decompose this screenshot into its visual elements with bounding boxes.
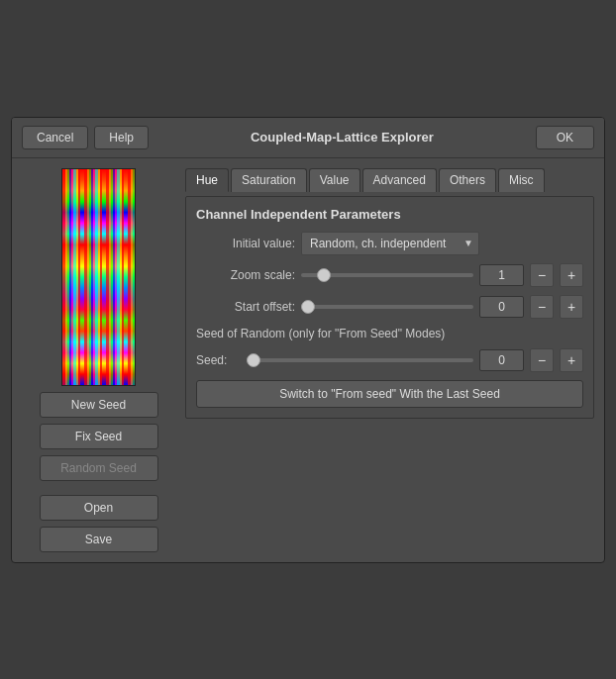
- initial-value-dropdown[interactable]: Random, ch. independent From Seed Fixed: [301, 232, 479, 255]
- cancel-button[interactable]: Cancel: [22, 126, 88, 149]
- tab-saturation[interactable]: Saturation: [231, 168, 307, 192]
- seed-minus[interactable]: −: [530, 348, 554, 372]
- tab-misc[interactable]: Misc: [498, 168, 545, 192]
- seed-slider[interactable]: [247, 358, 473, 362]
- zoom-scale-slider[interactable]: [301, 273, 473, 277]
- initial-value-row: Initial value: Random, ch. independent F…: [196, 232, 583, 255]
- help-button[interactable]: Help: [94, 126, 149, 149]
- panel-box: Channel Independent Parameters Initial v…: [185, 196, 594, 419]
- seed-plus[interactable]: +: [560, 348, 583, 372]
- switch-to-from-seed-button[interactable]: Switch to "From seed" With the Last Seed: [196, 380, 583, 408]
- window-title: Coupled-Map-Lattice Explorer: [154, 130, 530, 145]
- zoom-scale-input[interactable]: [479, 264, 524, 286]
- save-button[interactable]: Save: [40, 527, 158, 552]
- tab-bar: Hue Saturation Value Advanced Others Mis…: [185, 168, 594, 192]
- start-offset-input[interactable]: [479, 296, 524, 318]
- tab-advanced[interactable]: Advanced: [362, 168, 437, 192]
- zoom-scale-row: Zoom scale: − +: [196, 263, 583, 287]
- ok-button[interactable]: OK: [536, 126, 594, 149]
- tab-hue[interactable]: Hue: [185, 168, 229, 192]
- start-offset-minus[interactable]: −: [530, 295, 554, 319]
- tab-others[interactable]: Others: [439, 168, 496, 192]
- main-content: New Seed Fix Seed Random Seed Open Save …: [12, 158, 604, 562]
- start-offset-row: Start offset: − +: [196, 295, 583, 319]
- fix-seed-button[interactable]: Fix Seed: [40, 424, 158, 449]
- start-offset-slider[interactable]: [301, 305, 473, 309]
- random-seed-button[interactable]: Random Seed: [40, 455, 158, 481]
- seed-input[interactable]: [479, 349, 524, 371]
- seed-row: Seed: − +: [196, 348, 583, 372]
- right-panel: Hue Saturation Value Advanced Others Mis…: [185, 168, 594, 552]
- open-button[interactable]: Open: [40, 495, 158, 521]
- seed-label: Seed:: [196, 353, 241, 367]
- new-seed-button[interactable]: New Seed: [40, 392, 158, 418]
- zoom-scale-plus[interactable]: +: [560, 263, 583, 287]
- initial-value-dropdown-wrapper: Random, ch. independent From Seed Fixed …: [301, 232, 479, 255]
- channel-section-title: Channel Independent Parameters: [196, 207, 583, 222]
- left-panel: New Seed Fix Seed Random Seed Open Save: [22, 168, 175, 552]
- title-bar: Cancel Help Coupled-Map-Lattice Explorer…: [12, 118, 604, 158]
- start-offset-label: Start offset:: [196, 300, 295, 314]
- tab-value[interactable]: Value: [309, 168, 360, 192]
- initial-value-label: Initial value:: [196, 237, 295, 250]
- preview-image: [61, 168, 136, 386]
- start-offset-plus[interactable]: +: [560, 295, 583, 319]
- zoom-scale-minus[interactable]: −: [530, 263, 554, 287]
- seed-section-title: Seed of Random (only for "From Seed" Mod…: [196, 327, 583, 340]
- zoom-scale-label: Zoom scale:: [196, 268, 295, 282]
- main-window: Cancel Help Coupled-Map-Lattice Explorer…: [11, 117, 605, 563]
